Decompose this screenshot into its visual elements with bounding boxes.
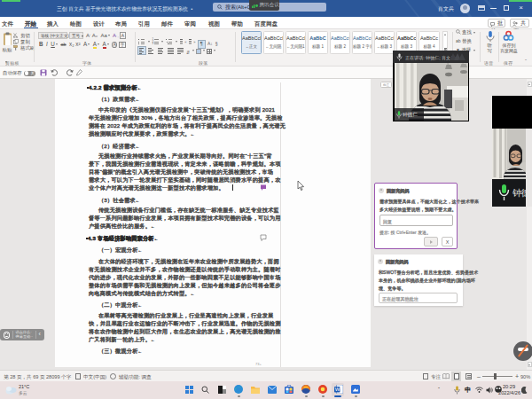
svg-text:W: W	[335, 387, 340, 392]
